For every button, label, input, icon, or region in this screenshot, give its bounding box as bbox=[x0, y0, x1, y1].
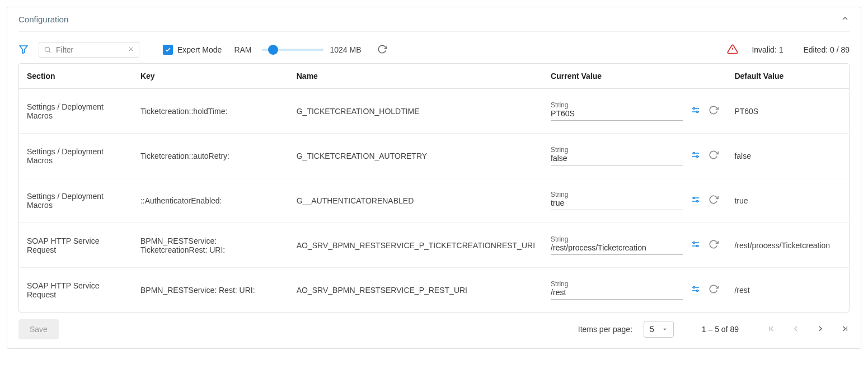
save-button[interactable]: Save bbox=[18, 319, 59, 339]
table-row: Settings / Deployment Macros ::Authentic… bbox=[19, 178, 849, 223]
reset-icon[interactable] bbox=[709, 239, 719, 251]
table-row: Settings / Deployment Macros Ticketcreat… bbox=[19, 89, 849, 134]
collapse-icon[interactable] bbox=[841, 14, 850, 25]
value-input[interactable]: String /rest/process/Ticketcreation bbox=[551, 235, 683, 255]
svg-line-2 bbox=[49, 51, 51, 53]
config-table: Section Key Name Current Value Default V… bbox=[18, 63, 850, 313]
settings-icon[interactable] bbox=[691, 284, 701, 296]
cell-name: G_TICKETCREATION_HOLDTIME bbox=[289, 89, 543, 134]
svg-point-20 bbox=[693, 242, 695, 244]
svg-point-16 bbox=[693, 197, 695, 199]
table-row: SOAP HTTP Service Request BPMN_RESTServi… bbox=[19, 223, 849, 268]
search-icon bbox=[44, 46, 51, 54]
svg-point-24 bbox=[693, 287, 695, 288]
ram-value: 1024 MB bbox=[330, 45, 362, 54]
panel-title: Configuration bbox=[18, 15, 68, 24]
cell-key: Ticketcreation::autoRetry: bbox=[133, 134, 289, 178]
ram-slider[interactable] bbox=[262, 49, 323, 51]
pager-icons bbox=[767, 324, 850, 335]
svg-point-10 bbox=[697, 111, 698, 113]
reset-icon[interactable] bbox=[709, 105, 719, 117]
settings-icon[interactable] bbox=[691, 195, 701, 206]
value-input[interactable]: String false bbox=[551, 146, 683, 165]
filter-toggle-icon[interactable] bbox=[18, 44, 29, 56]
column-section[interactable]: Section bbox=[19, 64, 133, 89]
table-row: Settings / Deployment Macros Ticketcreat… bbox=[19, 134, 849, 178]
svg-marker-0 bbox=[20, 46, 27, 54]
cell-name: AO_SRV_BPMN_RESTSERVICE_P_TICKETCREATION… bbox=[289, 223, 543, 268]
svg-point-8 bbox=[693, 108, 695, 110]
column-value[interactable]: Current Value bbox=[543, 64, 726, 89]
toolbar: Expert Mode RAM 1024 MB Invalid: 1 Edite… bbox=[18, 32, 850, 63]
clear-filter-icon[interactable] bbox=[128, 45, 134, 54]
cell-default: PT60S bbox=[726, 89, 849, 134]
filter-input-box[interactable] bbox=[39, 42, 139, 58]
cell-name: AO_SRV_BPMN_RESTSERVICE_P_REST_URI bbox=[289, 268, 543, 313]
cell-section: Settings / Deployment Macros bbox=[19, 89, 133, 134]
cell-value: String PT60S bbox=[543, 89, 726, 134]
prev-page-icon[interactable] bbox=[791, 324, 800, 335]
cell-name: G__AUTHENTICATORENABLED bbox=[289, 178, 543, 223]
page-range: 1 – 5 of 89 bbox=[702, 325, 739, 334]
ram-slider-thumb[interactable] bbox=[268, 45, 278, 55]
footer: Save Items per page: 5 1 – 5 of 89 bbox=[18, 313, 850, 342]
cell-default: /rest/process/Ticketcreation bbox=[726, 223, 849, 268]
settings-icon[interactable] bbox=[691, 239, 701, 251]
reset-icon[interactable] bbox=[709, 150, 719, 162]
cell-key: BPMN_RESTService: Rest: URI: bbox=[133, 268, 289, 313]
ram-slider-wrap: 1024 MB bbox=[262, 45, 362, 54]
cell-name: G_TICKETCREATION_AUTORETRY bbox=[289, 134, 543, 178]
page-size-label: Items per page: bbox=[578, 325, 632, 334]
cell-key: BPMN_RESTService: TicketcreationRest: UR… bbox=[133, 223, 289, 268]
value-input[interactable]: String /rest bbox=[551, 280, 683, 300]
cell-key: Ticketcreation::holdTime: bbox=[133, 89, 289, 134]
svg-point-14 bbox=[697, 156, 698, 158]
panel-header: Configuration bbox=[18, 14, 850, 32]
reset-icon[interactable] bbox=[709, 195, 719, 206]
svg-point-12 bbox=[693, 153, 695, 154]
cell-section: Settings / Deployment Macros bbox=[19, 134, 133, 178]
next-page-icon[interactable] bbox=[816, 324, 825, 335]
settings-icon[interactable] bbox=[691, 105, 701, 117]
cell-value: String /rest bbox=[543, 268, 726, 313]
expert-mode-toggle[interactable]: Expert Mode bbox=[163, 45, 222, 55]
svg-point-18 bbox=[697, 201, 698, 202]
cell-default: true bbox=[726, 178, 849, 223]
filter-input[interactable] bbox=[55, 45, 124, 55]
column-key[interactable]: Key bbox=[133, 64, 289, 89]
settings-icon[interactable] bbox=[691, 150, 701, 162]
svg-point-22 bbox=[697, 245, 698, 247]
edited-count: Edited: 0 / 89 bbox=[803, 45, 850, 54]
cell-value: String false bbox=[543, 134, 726, 178]
page-size-select[interactable]: 5 bbox=[644, 321, 674, 338]
column-default[interactable]: Default Value bbox=[726, 64, 849, 89]
configuration-panel: Configuration Expert Mode RAM 102 bbox=[7, 7, 861, 349]
chevron-down-icon bbox=[662, 326, 668, 332]
last-page-icon[interactable] bbox=[841, 324, 850, 335]
column-name[interactable]: Name bbox=[289, 64, 543, 89]
reset-icon[interactable] bbox=[709, 284, 719, 296]
invalid-count: Invalid: 1 bbox=[752, 45, 783, 54]
table-row: SOAP HTTP Service Request BPMN_RESTServi… bbox=[19, 268, 849, 313]
checkbox-icon bbox=[163, 45, 173, 55]
cell-key: ::AuthenticatorEnabled: bbox=[133, 178, 289, 223]
cell-default: /rest bbox=[726, 268, 849, 313]
svg-point-26 bbox=[697, 290, 698, 292]
value-input[interactable]: String true bbox=[551, 191, 683, 210]
cell-section: Settings / Deployment Macros bbox=[19, 178, 133, 223]
page-size-value: 5 bbox=[650, 325, 654, 334]
cell-value: String true bbox=[543, 178, 726, 223]
ram-label: RAM bbox=[234, 45, 251, 54]
svg-point-1 bbox=[45, 47, 49, 51]
cell-section: SOAP HTTP Service Request bbox=[19, 268, 133, 313]
warning-icon bbox=[727, 44, 738, 56]
cell-default: false bbox=[726, 134, 849, 178]
value-input[interactable]: String PT60S bbox=[551, 101, 683, 121]
expert-mode-label: Expert Mode bbox=[177, 45, 222, 54]
svg-marker-27 bbox=[663, 329, 666, 330]
cell-value: String /rest/process/Ticketcreation bbox=[543, 223, 726, 268]
cell-section: SOAP HTTP Service Request bbox=[19, 223, 133, 268]
first-page-icon[interactable] bbox=[767, 324, 776, 335]
refresh-icon[interactable] bbox=[377, 44, 387, 56]
